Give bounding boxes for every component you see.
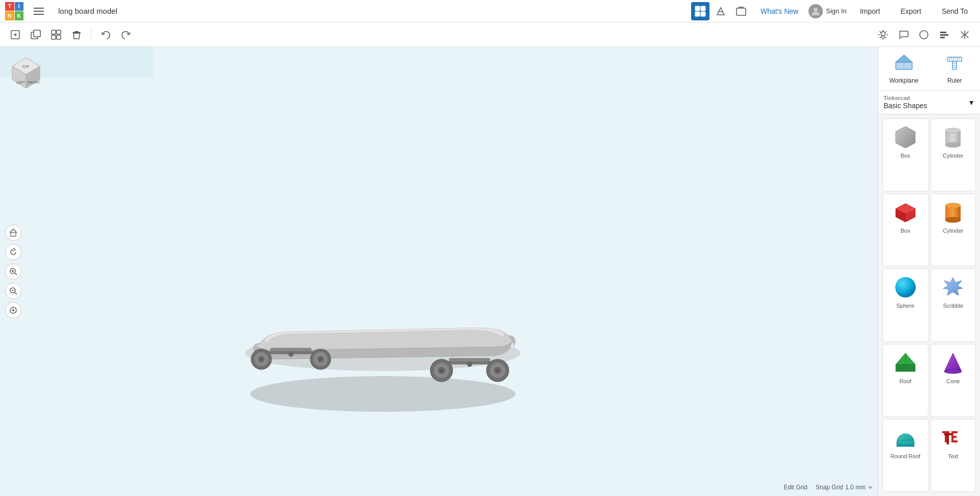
- shape-box-red-label: Box: [900, 228, 910, 234]
- shape-roof-green[interactable]: Roof: [883, 344, 928, 417]
- svg-rect-0: [34, 8, 44, 9]
- svg-rect-21: [940, 34, 948, 36]
- redo-button[interactable]: [117, 26, 135, 44]
- shape-box-grey[interactable]: Box: [883, 118, 928, 191]
- home-view-button[interactable]: [5, 225, 21, 241]
- svg-rect-13: [57, 30, 61, 34]
- svg-rect-82: [11, 233, 16, 236]
- shape-cone-purple-icon: [939, 349, 967, 377]
- mirror-button[interactable]: [955, 26, 974, 44]
- svg-rect-1: [34, 11, 44, 12]
- svg-rect-14: [52, 35, 56, 39]
- comment-button[interactable]: [894, 26, 913, 44]
- snap-grid-control[interactable]: Snap Grid 1.0 mm: [816, 484, 873, 491]
- svg-point-86: [12, 309, 14, 311]
- group-button[interactable]: [47, 26, 65, 44]
- ruler-button[interactable]: Ruler: [929, 51, 981, 86]
- edit-grid-button[interactable]: Edit Grid: [783, 484, 807, 491]
- svg-rect-138: [944, 433, 951, 435]
- svg-rect-139: [947, 435, 949, 444]
- nav-icons: [691, 2, 750, 20]
- svg-point-19: [920, 31, 928, 39]
- whats-new-link[interactable]: What's New: [756, 5, 802, 17]
- hamburger-menu[interactable]: [30, 2, 48, 20]
- svg-point-73: [496, 369, 499, 372]
- svg-marker-88: [896, 55, 912, 62]
- zoom-in-button[interactable]: [5, 263, 21, 280]
- main-content: LEFT FRONT TOP: [0, 47, 980, 496]
- shape-sphere-blue[interactable]: Sphere: [883, 268, 928, 341]
- library-header: Tinkercad Basic Shapes ▼: [878, 91, 980, 114]
- svg-text:FRONT: FRONT: [28, 81, 40, 84]
- logo-tin: T: [5, 2, 14, 11]
- svg-rect-3: [695, 6, 700, 11]
- shape-roof-label: Roof: [899, 378, 911, 384]
- svg-point-135: [897, 440, 914, 444]
- shape-box-grey-label: Box: [900, 153, 910, 159]
- workplane-label: Workplane: [889, 77, 918, 84]
- svg-point-62: [320, 358, 322, 360]
- edit-grid-label: Edit Grid: [783, 484, 807, 491]
- align-button[interactable]: [935, 26, 953, 44]
- delete-button[interactable]: [67, 26, 86, 44]
- shape-cone-label: Cone: [946, 378, 960, 384]
- library-chevron-icon[interactable]: ▼: [968, 98, 975, 107]
- view-cube[interactable]: LEFT FRONT TOP: [8, 55, 44, 91]
- zoom-out-button[interactable]: [5, 283, 21, 299]
- tinkercad-logo: T I N K: [5, 2, 23, 20]
- build-button[interactable]: [712, 2, 730, 20]
- workplane-button[interactable]: Workplane: [878, 51, 929, 86]
- svg-rect-20: [940, 32, 946, 33]
- svg-rect-136: [942, 431, 949, 433]
- user-name: Sign In: [826, 7, 846, 15]
- svg-rect-143: [951, 440, 958, 442]
- svg-marker-132: [944, 353, 962, 371]
- duplicate-button[interactable]: [27, 26, 45, 44]
- shape-scribble-icon: [939, 273, 967, 302]
- svg-text:TOP: TOP: [22, 65, 30, 68]
- shape-text[interactable]: Text: [930, 419, 976, 492]
- logo-ca: N: [5, 11, 14, 20]
- shape-cylinder-grey[interactable]: Cylinder: [930, 118, 976, 191]
- shape-cylinder-grey-label: Cylinder: [943, 153, 963, 159]
- shape-scribble-label: Scribble: [943, 303, 963, 309]
- import-button[interactable]: Import: [853, 4, 888, 18]
- light-button[interactable]: [874, 26, 892, 44]
- shape-cylinder-orange[interactable]: Cylinder: [930, 193, 976, 266]
- snap-grid-label: Snap Grid: [816, 484, 843, 491]
- shape-box-red-icon: [891, 198, 920, 227]
- svg-rect-22: [940, 37, 945, 38]
- panel-collapse-handle[interactable]: ›: [878, 261, 878, 282]
- rotate-view-button[interactable]: [5, 244, 21, 260]
- new-button[interactable]: [6, 26, 24, 44]
- snap-chevron-icon: [868, 485, 873, 490]
- user-avatar: [808, 4, 823, 18]
- library-name: Basic Shapes: [884, 102, 968, 110]
- shape-roof-green-icon: [891, 349, 920, 377]
- user-area[interactable]: Sign In: [808, 4, 846, 18]
- shape-box-red[interactable]: Box: [883, 193, 928, 266]
- send-to-button[interactable]: Send To: [935, 4, 975, 18]
- canvas-area[interactable]: LEFT FRONT TOP: [0, 47, 878, 496]
- status-bar: Edit Grid Snap Grid 1.0 mm: [783, 484, 873, 491]
- shape-cone-purple[interactable]: Cone: [930, 344, 976, 417]
- shape-scribble[interactable]: Scribble: [930, 268, 976, 341]
- workplane-icon: [895, 53, 913, 75]
- fit-view-button[interactable]: [5, 302, 21, 318]
- export-button[interactable]: Export: [893, 4, 928, 18]
- shape-text-icon: [939, 424, 967, 452]
- svg-point-58: [260, 358, 262, 360]
- grid-view-button[interactable]: [691, 2, 709, 20]
- shape-cylinder-orange-icon: [939, 198, 967, 227]
- svg-rect-141: [951, 431, 958, 433]
- svg-rect-2: [34, 14, 44, 15]
- undo-button[interactable]: [96, 26, 115, 44]
- svg-rect-4: [701, 6, 705, 11]
- projects-button[interactable]: [732, 2, 750, 20]
- shape-roundroof-teal-icon: [891, 424, 920, 452]
- shape-sphere-label: Sphere: [896, 303, 914, 309]
- circle-button[interactable]: [915, 26, 933, 44]
- svg-point-18: [881, 32, 885, 36]
- shape-roundroof-teal[interactable]: Round Roof: [883, 419, 928, 492]
- svg-text:LEFT: LEFT: [16, 81, 26, 84]
